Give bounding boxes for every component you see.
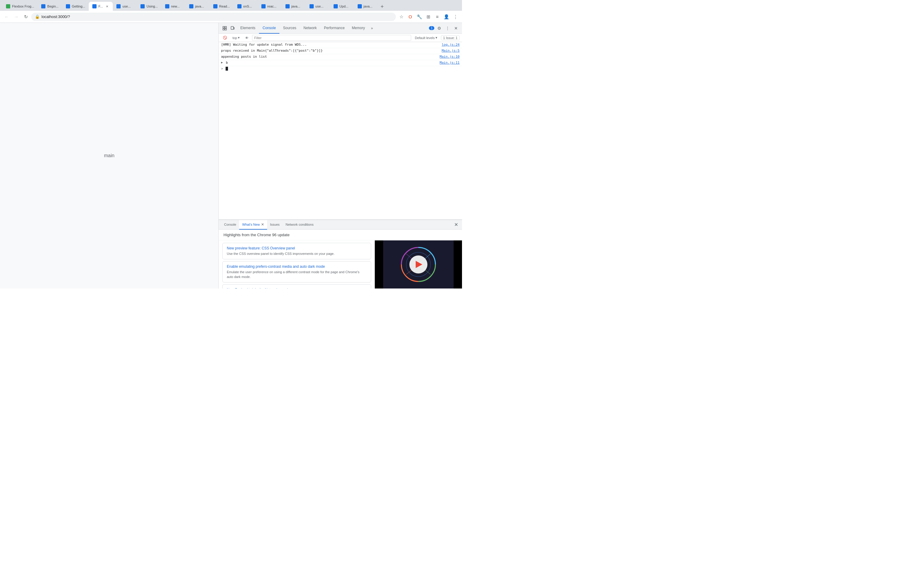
whats-new-list: New preview feature: CSS Overview panel … (219, 240, 375, 288)
default-levels-button[interactable]: Default levels ▾ (413, 35, 439, 41)
tab-label: Using... (147, 5, 158, 8)
extensions-puzzle[interactable]: ⊞ (424, 13, 433, 21)
tab-label: java... (291, 5, 300, 8)
tab-favicon (334, 4, 338, 8)
whats-new-item-0[interactable]: New preview feature: CSS Overview panel … (222, 243, 371, 259)
devtools-tab-performance[interactable]: Performance (320, 23, 348, 34)
tab-begin[interactable]: Begin... (37, 2, 62, 11)
tab-react[interactable]: reac... (258, 2, 282, 11)
page-content: main (0, 23, 218, 288)
devtools-tab-network[interactable]: Network (300, 23, 320, 34)
svg-rect-3 (225, 29, 226, 30)
drawer-tab-issues[interactable]: Issues (267, 220, 283, 230)
devtools-device-button[interactable] (229, 25, 236, 32)
context-selector[interactable]: top ▾ (231, 35, 242, 41)
clear-console-button[interactable]: 🚫 (221, 35, 229, 41)
forward-button[interactable]: → (12, 13, 21, 21)
chevron-down-icon: ▾ (436, 36, 437, 40)
profile-button[interactable]: 👤 (442, 13, 451, 21)
play-button[interactable] (409, 255, 427, 274)
whats-new-header: Highlights from the Chrome 96 update (219, 230, 462, 240)
devtools-toolbar: Elements Console Sources Network Perform… (219, 23, 462, 34)
chevron-down-icon: ▾ (238, 36, 240, 40)
tab-favicon (6, 4, 10, 8)
menu-button[interactable]: ⋮ (451, 13, 460, 21)
drawer-tab-label: What's New (242, 223, 260, 226)
back-button[interactable]: ← (2, 13, 11, 21)
tab-flexbox[interactable]: Flexbox Frog... (2, 2, 37, 11)
drawer-tab-whats-new[interactable]: What's New ✕ (239, 220, 267, 230)
svg-rect-1 (225, 26, 226, 28)
tab-favicon (189, 4, 194, 8)
expand-icon[interactable]: ▶ (221, 61, 225, 64)
tab-java1[interactable]: java... (186, 2, 210, 11)
address-bar[interactable]: 🔒 localhost:3000/? (31, 13, 396, 21)
tab-label: Getting... (72, 5, 86, 8)
console-source-link[interactable]: log.js:24 (441, 43, 460, 47)
drawer-tab-console[interactable]: Console (221, 220, 239, 230)
new-tab-button[interactable]: + (378, 2, 386, 11)
devtools-more-tabs[interactable]: » (368, 26, 375, 31)
devtools-tab-sources[interactable]: Sources (279, 23, 300, 34)
tab-favicon (41, 4, 45, 8)
issue-badge[interactable]: 1 Issue: 1 (441, 35, 460, 40)
tab-upd[interactable]: Upd... (330, 2, 354, 11)
tab-favicon (165, 4, 170, 8)
whats-new-item-1[interactable]: Enable emulating prefers-contrast media … (222, 261, 371, 282)
tab-new[interactable]: new... (162, 2, 186, 11)
drawer-close-button[interactable]: ✕ (452, 221, 460, 228)
tab-favicon (66, 4, 70, 8)
tab-read[interactable]: Read... (210, 2, 234, 11)
console-line: [HMR] Waiting for update signal from WDS… (219, 42, 462, 48)
tab-use2[interactable]: use... (306, 2, 330, 11)
tab-ons[interactable]: onS... (234, 2, 258, 11)
tab-facebook[interactable]: F... ✕ (89, 2, 113, 11)
devtools-more-options[interactable]: ⋮ (444, 25, 451, 32)
devtools-settings-button[interactable]: ⚙ (436, 25, 443, 32)
devtools-inspect-button[interactable] (221, 25, 228, 32)
console-filter-input[interactable] (252, 35, 411, 41)
bookmark-button[interactable]: ☆ (397, 13, 405, 21)
tab-favicon (286, 4, 290, 8)
whats-new-video[interactable] (375, 240, 462, 288)
console-text: props received in Main{"allThreads":[{"p… (221, 49, 439, 53)
eye-button[interactable]: 👁 (243, 35, 250, 41)
whats-new-body: New preview feature: CSS Overview panel … (219, 240, 462, 288)
whats-new-content: Highlights from the Chrome 96 update New… (219, 230, 462, 288)
devtools-tab-memory[interactable]: Memory (348, 23, 368, 34)
tab-favicon (92, 4, 97, 8)
tab-close-icon[interactable]: ✕ (105, 4, 109, 8)
tab-label: java... (195, 5, 204, 8)
tab-use1[interactable]: use... (113, 2, 137, 11)
svg-rect-5 (233, 27, 234, 29)
tab-java3[interactable]: java... (354, 2, 378, 11)
console-line: appending posts in list Main.js:10 (219, 54, 462, 60)
drawer-tab-network-conditions[interactable]: Network conditions (283, 220, 317, 230)
tab-favicon (310, 4, 314, 8)
extension-button[interactable]: 🔧 (415, 13, 423, 21)
console-input-line[interactable]: > (219, 66, 462, 71)
devtools-close-button[interactable]: ✕ (452, 25, 460, 32)
browser-window: Flexbox Frog... Begin... Getting... F...… (0, 0, 462, 288)
video-play-overlay[interactable] (375, 240, 462, 288)
devtools-tab-console[interactable]: Console (259, 23, 279, 34)
console-source-link[interactable]: Main.js:5 (441, 49, 460, 53)
devtools-panel: Elements Console Sources Network Perform… (218, 23, 462, 288)
tab-using[interactable]: Using... (137, 2, 161, 11)
refresh-button[interactable]: ↻ (22, 13, 30, 21)
drawer-tab-close-icon[interactable]: ✕ (261, 222, 264, 227)
tab-getting[interactable]: Getting... (62, 2, 89, 11)
devtools-tab-elements[interactable]: Elements (237, 23, 259, 34)
console-output: [HMR] Waiting for update signal from WDS… (219, 42, 462, 219)
console-source-link[interactable]: Main.js:11 (440, 61, 460, 64)
console-source-link[interactable]: Main.js:10 (440, 55, 460, 59)
devtools-secondary-toolbar: 🚫 top ▾ 👁 Default levels ▾ 1 Issue: 1 (219, 34, 462, 42)
page-main-text: main (104, 153, 115, 158)
play-triangle-icon (416, 261, 422, 268)
tab-java2[interactable]: java... (282, 2, 306, 11)
whats-new-item-2[interactable]: New Payload tab in the Network panel A n… (222, 284, 371, 288)
opera-button[interactable]: O (406, 13, 415, 21)
task-manager[interactable]: ≡ (433, 13, 441, 21)
tab-label: onS... (243, 5, 252, 8)
tab-bar: Flexbox Frog... Begin... Getting... F...… (0, 0, 462, 11)
